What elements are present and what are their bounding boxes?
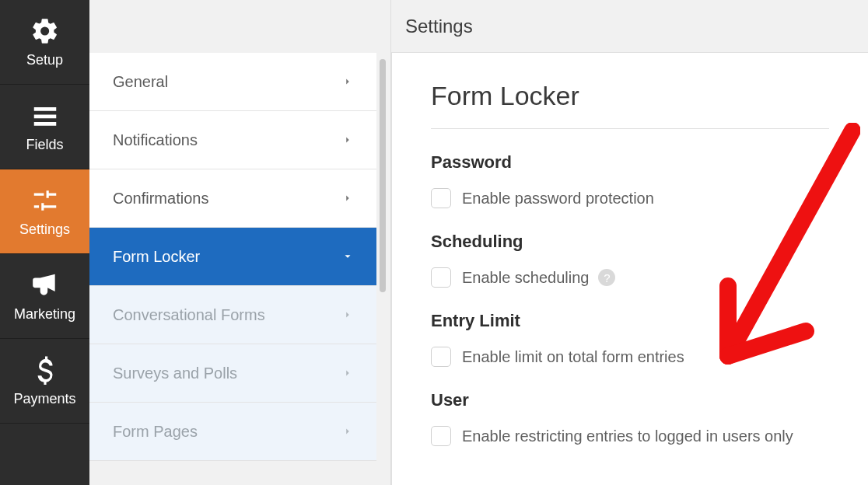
submenu-header-spacer: [89, 0, 390, 53]
submenu-column: General Notifications Confirmations Form…: [89, 0, 391, 485]
panel-title: Form Locker: [431, 81, 829, 129]
chevron-right-icon: [342, 131, 353, 149]
gear-icon: [30, 16, 60, 46]
section-heading-scheduling: Scheduling: [431, 232, 829, 252]
topbar-title: Settings: [405, 16, 473, 37]
sliders-icon: [30, 186, 60, 215]
submenu-label: Surveys and Polls: [113, 365, 237, 382]
rail-label: Settings: [19, 222, 70, 238]
section-heading-user: User: [431, 390, 829, 410]
checkbox-password-protection[interactable]: [431, 188, 451, 208]
chevron-right-icon: [342, 365, 353, 382]
submenu-form-pages[interactable]: Form Pages: [89, 403, 376, 461]
bullhorn-icon: [30, 270, 60, 300]
submenu-confirmations[interactable]: Confirmations: [89, 169, 376, 228]
checkbox-entry-limit[interactable]: [431, 347, 451, 367]
option-label: Enable scheduling: [462, 269, 589, 287]
submenu-label: General: [113, 73, 168, 91]
submenu-form-locker[interactable]: Form Locker: [89, 228, 376, 286]
rail-label: Setup: [26, 52, 63, 68]
option-user-restrict: Enable restricting entries to logged in …: [431, 426, 829, 446]
dollar-icon: [30, 355, 60, 385]
chevron-down-icon: [342, 248, 353, 266]
left-rail: Setup Fields Settings Marketing Payments: [0, 0, 89, 485]
list-icon: [30, 101, 60, 131]
chevron-right-icon: [342, 73, 353, 91]
rail-payments[interactable]: Payments: [0, 339, 89, 424]
submenu-notifications[interactable]: Notifications: [89, 111, 376, 169]
option-password-protection: Enable password protection: [431, 188, 829, 208]
rail-label: Payments: [13, 391, 75, 407]
submenu-label: Form Locker: [113, 248, 200, 266]
rail-label: Marketing: [14, 306, 75, 323]
settings-panel: Form Locker Password Enable password pro…: [391, 53, 868, 485]
option-scheduling: Enable scheduling ?: [431, 267, 829, 288]
option-label: Enable limit on total form entries: [462, 348, 684, 366]
chevron-right-icon: [342, 423, 353, 441]
submenu-label: Confirmations: [113, 190, 208, 208]
rail-marketing[interactable]: Marketing: [0, 254, 89, 339]
rail-settings[interactable]: Settings: [0, 169, 89, 254]
submenu-conversational-forms[interactable]: Conversational Forms: [89, 286, 376, 344]
submenu-general[interactable]: General: [89, 53, 376, 111]
right-column: Settings Form Locker Password Enable pas…: [391, 0, 868, 485]
submenu-label: Notifications: [113, 131, 198, 149]
rail-label: Fields: [26, 137, 63, 153]
submenu-scrollbar[interactable]: [380, 59, 386, 292]
checkbox-scheduling[interactable]: [431, 267, 451, 288]
option-label: Enable password protection: [462, 190, 654, 208]
section-heading-entry-limit: Entry Limit: [431, 311, 829, 331]
rail-fields[interactable]: Fields: [0, 85, 89, 169]
section-heading-password: Password: [431, 152, 829, 173]
help-icon[interactable]: ?: [598, 269, 615, 286]
rail-setup[interactable]: Setup: [0, 0, 89, 85]
checkbox-user-restrict[interactable]: [431, 426, 451, 446]
submenu-label: Form Pages: [113, 423, 198, 441]
settings-submenu: General Notifications Confirmations Form…: [89, 53, 390, 485]
submenu-label: Conversational Forms: [113, 306, 265, 324]
option-label: Enable restricting entries to logged in …: [462, 427, 793, 445]
option-entry-limit: Enable limit on total form entries: [431, 347, 829, 367]
chevron-right-icon: [342, 306, 353, 324]
submenu-surveys-polls[interactable]: Surveys and Polls: [89, 344, 376, 403]
topbar: Settings: [391, 0, 868, 53]
chevron-right-icon: [342, 190, 353, 208]
